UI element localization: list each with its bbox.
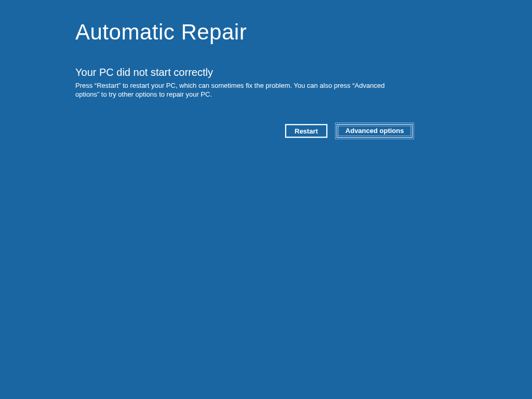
- error-description: Press “Restart” to restart your PC, whic…: [75, 82, 392, 99]
- recovery-screen: Automatic Repair Your PC did not start c…: [0, 0, 532, 138]
- page-title: Automatic Repair: [75, 20, 457, 45]
- button-row: Restart Advanced options: [285, 124, 457, 138]
- error-subtitle: Your PC did not start correctly: [75, 66, 457, 78]
- advanced-options-button[interactable]: Advanced options: [337, 124, 413, 138]
- restart-button[interactable]: Restart: [285, 124, 327, 138]
